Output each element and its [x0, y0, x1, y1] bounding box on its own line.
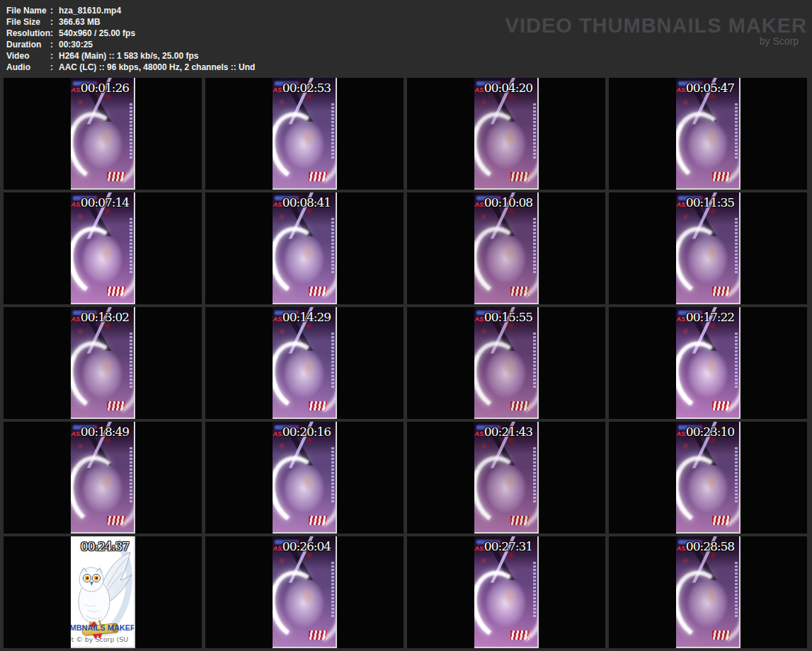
- thumbnail-cell: AS1 00:02:53: [205, 78, 404, 190]
- app-logo: VIDEO THUMBNAILS MAKER by Scorp: [505, 16, 807, 47]
- thumbnail-cell: AS1 00:27:31: [407, 536, 605, 648]
- camera-osd-strip: [735, 103, 738, 159]
- video-thumbnail: AS1 00:26:04: [273, 536, 337, 648]
- timestamp-overlay: 00:10:08: [474, 195, 537, 209]
- file-info-row: File Name:hza_81610.mp4: [6, 5, 255, 16]
- video-thumbnail: AS1 00:20:16: [273, 422, 337, 534]
- timestamp-overlay: 00:18:49: [71, 425, 134, 439]
- thumbnail-cell: AS1 00:14:29: [205, 307, 404, 419]
- camera-osd-strip: [130, 333, 132, 388]
- thumbnail-grid: AS1 00:01:26 AS1 00:02:53 AS1 00:04:20 A…: [4, 78, 807, 648]
- video-thumbnail: AS1 00:21:43: [474, 422, 539, 534]
- video-thumbnail: AS1 00:28:58: [676, 536, 740, 648]
- app-logo-title: VIDEO THUMBNAILS MAKER: [505, 16, 807, 35]
- thumbnail-cell: AS1 00:21:43: [407, 422, 605, 534]
- timestamp-overlay: 00:20:16: [273, 425, 336, 439]
- file-info-block: File Name:hza_81610.mp4 File Size:366.63…: [6, 5, 255, 73]
- info-label: Audio: [6, 62, 50, 73]
- info-header: File Name:hza_81610.mp4 File Size:366.63…: [0, 0, 812, 75]
- timestamp-overlay: 00:15:55: [474, 310, 537, 324]
- info-label: File Name: [6, 5, 50, 16]
- timestamp-overlay: 00:28:58: [676, 539, 739, 553]
- camera-osd-strip: [331, 333, 334, 388]
- timestamp-overlay: 00:24:37: [71, 539, 134, 553]
- thumbnail-cell: AS1 00:13:02: [4, 307, 202, 419]
- camera-osd-strip: [735, 333, 738, 388]
- timestamp-overlay: 00:27:31: [474, 539, 537, 553]
- video-thumbnail: AS1 00:05:47: [676, 78, 740, 190]
- camera-osd-strip: [735, 562, 738, 617]
- file-info-row: Resolution:540x960 / 25.00 fps: [6, 28, 255, 39]
- thumbnail-cell: AS1 00:15:55: [407, 307, 605, 419]
- thumbnail-cell: AS1 00:11:35: [609, 192, 807, 304]
- timestamp-overlay: 00:23:10: [676, 425, 739, 439]
- video-thumbnail: AS1 00:11:35: [676, 192, 740, 304]
- info-label: File Size: [6, 16, 50, 28]
- timestamp-overlay: 00:04:20: [474, 81, 537, 95]
- video-thumbnail: AS1 00:02:53: [273, 78, 337, 190]
- info-separator: :: [50, 39, 59, 50]
- timestamp-overlay: 00:11:35: [676, 195, 739, 209]
- timestamp-overlay: 00:01:26: [71, 81, 134, 95]
- camera-osd-strip: [533, 562, 536, 617]
- video-thumbnail: AS1 00:27:31: [474, 536, 539, 648]
- camera-osd-strip: [331, 447, 334, 502]
- info-separator: :: [50, 62, 59, 73]
- camera-osd-strip: [533, 218, 536, 273]
- outro-logo-thumbnail: MBNAILS MAKER8 t © by Scorp (SU 00:24:37: [71, 536, 135, 648]
- camera-osd-strip: [735, 218, 738, 273]
- outro-title-text: MBNAILS MAKER8: [71, 623, 135, 632]
- video-thumbnail: AS1 00:14:29: [273, 307, 337, 419]
- video-thumbnail: AS1 00:13:02: [71, 307, 135, 419]
- camera-osd-strip: [331, 218, 334, 273]
- thumbnail-cell: AS1 00:20:16: [205, 422, 404, 534]
- info-label: Video: [6, 50, 50, 62]
- thumbnail-cell: AS1 00:17:22: [609, 307, 807, 419]
- outro-title-main: MBNAILS MAKER: [71, 623, 135, 632]
- video-thumbnail: AS1 00:08:41: [273, 192, 337, 304]
- camera-osd-strip: [533, 333, 536, 388]
- info-value: H264 (Main) :: 1 583 kb/s, 25.00 fps: [59, 50, 198, 62]
- info-label: Duration: [6, 39, 50, 50]
- timestamp-overlay: 00:17:22: [676, 310, 739, 324]
- camera-osd-strip: [735, 447, 738, 502]
- thumbnail-cell: AS1 00:01:26: [4, 78, 202, 190]
- timestamp-overlay: 00:02:53: [273, 81, 336, 95]
- video-thumbnail: AS1 00:04:20: [474, 78, 539, 190]
- thumbnail-cell: AS1 00:08:41: [205, 192, 404, 304]
- video-thumbnail: AS1 00:15:55: [474, 307, 539, 419]
- info-value: AAC (LC) :: 96 kbps, 48000 Hz, 2 channel…: [59, 62, 255, 73]
- file-info-row: Audio:AAC (LC) :: 96 kbps, 48000 Hz, 2 c…: [6, 62, 255, 73]
- timestamp-overlay: 00:05:47: [676, 81, 739, 95]
- info-value: hza_81610.mp4: [59, 5, 121, 16]
- thumbnail-cell: AS1 00:28:58: [609, 536, 807, 648]
- video-thumbnail: AS1 00:17:22: [676, 307, 740, 419]
- file-info-row: Video:H264 (Main) :: 1 583 kb/s, 25.00 f…: [6, 50, 255, 62]
- video-thumbnail: AS1 00:23:10: [676, 422, 740, 534]
- camera-osd-strip: [130, 447, 132, 502]
- thumbnail-cell: AS1 00:05:47: [609, 78, 807, 190]
- file-info-row: File Size:366.63 MB: [6, 16, 255, 28]
- camera-osd-strip: [533, 103, 536, 159]
- info-value: 00:30:25: [59, 39, 93, 50]
- info-separator: :: [50, 50, 59, 62]
- timestamp-overlay: 00:14:29: [273, 310, 336, 324]
- thumbnail-cell: AS1 00:23:10: [609, 422, 807, 534]
- info-value: 540x960 / 25.00 fps: [59, 28, 135, 39]
- thumbnail-cell: MBNAILS MAKER8 t © by Scorp (SU 00:24:37: [4, 536, 202, 648]
- thumbnail-cell: AS1 00:07:14: [4, 192, 202, 304]
- info-separator: :: [50, 16, 59, 28]
- video-thumbnail: AS1 00:10:08: [474, 192, 539, 304]
- video-thumbnail: AS1 00:01:26: [71, 78, 135, 190]
- thumbnail-cell: AS1 00:26:04: [205, 536, 404, 648]
- camera-osd-strip: [533, 447, 536, 502]
- thumbnail-cell: AS1 00:10:08: [407, 192, 605, 304]
- info-separator: :: [50, 28, 59, 39]
- app-logo-subtitle: by Scorp: [505, 35, 807, 47]
- camera-osd-strip: [130, 218, 132, 273]
- outro-copyright-text: t © by Scorp (SU: [72, 635, 129, 643]
- info-separator: :: [50, 5, 59, 16]
- camera-osd-strip: [130, 103, 132, 159]
- timestamp-overlay: 00:21:43: [474, 425, 537, 439]
- timestamp-overlay: 00:13:02: [71, 310, 134, 324]
